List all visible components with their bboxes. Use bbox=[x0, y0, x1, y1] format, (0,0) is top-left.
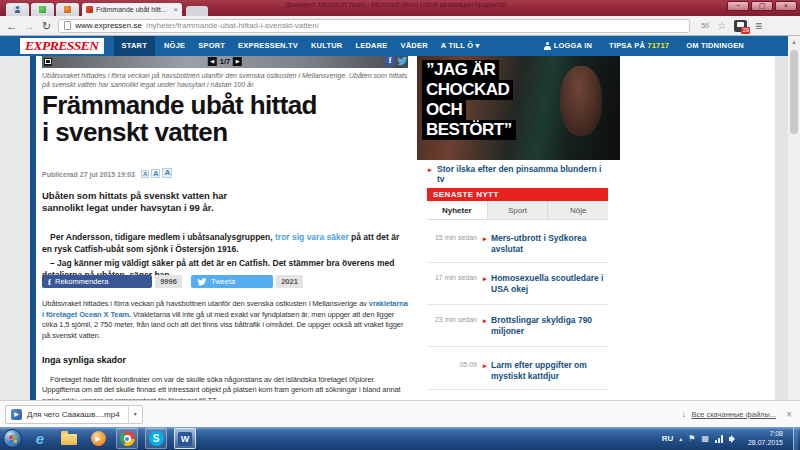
address-bar[interactable]: www.expressen.se /nyheter/frammande-ubat… bbox=[58, 19, 690, 33]
inline-link[interactable]: tror sig vara säker bbox=[275, 232, 349, 242]
twitter-icon[interactable] bbox=[397, 56, 408, 66]
taskbar-clock[interactable]: 7:08 28.07.2015 bbox=[748, 430, 783, 447]
news-timestamp: 05:09 bbox=[427, 360, 477, 381]
news-link[interactable]: ▸Larm efter uppgifter om mystiskt kattdj… bbox=[483, 360, 608, 381]
teaser-link-label: Stor ilska efter den pinsamma blundern i… bbox=[429, 164, 605, 184]
file-explorer-taskbar-icon[interactable] bbox=[58, 428, 80, 449]
facebook-icon[interactable]: f bbox=[385, 56, 395, 66]
image-caption: Ubåtsvraket hittades i förra veckan på h… bbox=[42, 71, 408, 89]
page-title: Främmande ubåt hittad i svenskt vatten bbox=[42, 92, 317, 146]
news-timestamp: 23 min sedan bbox=[427, 315, 477, 336]
tray-app-icon[interactable]: ▦ bbox=[701, 434, 709, 444]
word-icon: W bbox=[178, 432, 192, 446]
pinned-tab-3[interactable] bbox=[56, 3, 79, 16]
show-desktop-button[interactable] bbox=[793, 427, 798, 450]
download-item[interactable]: ▶ Для чего Саакашв....mp4 ▾ bbox=[5, 405, 143, 424]
red-arrow-icon: ▸ bbox=[428, 165, 432, 175]
taskbar: e ▶ S W RU ▴ ⚑ ▦ 7:08 28.07.2015 bbox=[0, 427, 800, 450]
maximize-button[interactable]: ▢ bbox=[751, 1, 773, 11]
teaser-line: BESTÖRT” bbox=[422, 120, 516, 140]
tipsa-link[interactable]: TIPSA PÅ 71717 bbox=[609, 36, 669, 56]
tab-close-icon[interactable]: × bbox=[173, 6, 178, 14]
nav-item-ledare[interactable]: LEDARE bbox=[355, 36, 387, 56]
media-player-taskbar-icon[interactable]: ▶ bbox=[87, 428, 109, 449]
divider bbox=[427, 346, 608, 347]
reload-icon[interactable]: ↻ bbox=[42, 19, 51, 33]
nav-item-vader[interactable]: VÄDER bbox=[401, 36, 428, 56]
user-icon bbox=[544, 42, 551, 50]
blue-left-rail bbox=[30, 56, 36, 400]
translate-icon[interactable]: 5б bbox=[701, 22, 709, 29]
tray-expand-icon[interactable]: ▴ bbox=[679, 435, 682, 442]
article-lead: Ubåten som hittats på svenskt vatten har… bbox=[42, 190, 257, 213]
skype-taskbar-icon[interactable]: S bbox=[145, 428, 167, 449]
nav-item-sport[interactable]: SPORT bbox=[198, 36, 225, 56]
pinned-tab-1[interactable] bbox=[6, 3, 29, 16]
download-bar-close-icon[interactable]: × bbox=[782, 409, 796, 420]
facebook-recommend-button[interactable]: f Rekommendera bbox=[42, 275, 152, 288]
nav-right: LOGGA IN TIPSA PÅ 71717 OM TIDNINGEN bbox=[544, 36, 744, 56]
tipsa-label: TIPSA PÅ bbox=[609, 41, 645, 50]
font-medium-button[interactable]: A bbox=[151, 169, 160, 178]
url-path: /nyheter/frammande-ubat-hittad-i-svenskt… bbox=[146, 21, 319, 30]
font-large-button[interactable]: A bbox=[162, 168, 172, 178]
word-taskbar-icon[interactable]: W bbox=[174, 428, 196, 449]
scroll-up-icon[interactable]: ▲ bbox=[788, 36, 800, 48]
download-item-menu-icon[interactable]: ▾ bbox=[128, 405, 142, 424]
new-tab-button[interactable] bbox=[186, 6, 208, 16]
network-icon[interactable] bbox=[715, 435, 723, 443]
teaser-link[interactable]: ▸ Stor ilska efter den pinsamma blundern… bbox=[429, 164, 605, 184]
language-indicator[interactable]: RU bbox=[662, 434, 674, 443]
nav-item-kultur[interactable]: KULTUR bbox=[311, 36, 342, 56]
adblock-extension-icon[interactable]: 29 bbox=[734, 20, 747, 32]
bookmark-star-icon[interactable]: ☆ bbox=[717, 20, 726, 31]
news-link[interactable]: ▸Homosexuella scoutledare i USA okej bbox=[483, 273, 608, 294]
news-link[interactable]: ▸Brottslingar skyldiga 790 miljoner bbox=[483, 315, 608, 336]
start-button[interactable] bbox=[3, 429, 22, 448]
volume-icon[interactable] bbox=[729, 434, 738, 443]
carousel-next-icon[interactable]: ▶ bbox=[233, 57, 242, 66]
tab-sport[interactable]: Sport bbox=[487, 201, 548, 219]
scrollbar-thumb[interactable] bbox=[790, 50, 798, 134]
font-small-button[interactable]: A bbox=[141, 170, 149, 178]
nav-item-start[interactable]: START bbox=[114, 36, 155, 56]
tab-nyheter[interactable]: Nyheter bbox=[427, 201, 487, 219]
download-bar: ▶ Для чего Саакашв....mp4 ▾ ↓ Все скачан… bbox=[0, 400, 800, 427]
login-label: LOGGA IN bbox=[554, 36, 592, 56]
red-arrow-icon: ▸ bbox=[483, 361, 487, 372]
nav-item-expressen-tv[interactable]: EXPRESSEN.TV bbox=[238, 36, 298, 56]
scrollbar[interactable]: ▲ bbox=[788, 36, 800, 400]
om-tidningen-link[interactable]: OM TIDNINGEN bbox=[686, 36, 744, 56]
news-link[interactable]: ▸Mers-utbrott i Sydkorea avslutat bbox=[483, 233, 608, 254]
back-icon[interactable]: ← bbox=[6, 19, 17, 33]
chrome-taskbar-icon[interactable] bbox=[116, 428, 138, 449]
internet-explorer-taskbar-icon[interactable]: e bbox=[29, 428, 51, 449]
fullscreen-icon[interactable] bbox=[44, 58, 52, 66]
nav-item-a-till-o[interactable]: A TILL Ö ▾ bbox=[441, 36, 480, 56]
p1-text: Per Andersson, tidigare medlem i ubåtsan… bbox=[50, 232, 275, 242]
carousel-prev-icon[interactable]: ◀ bbox=[208, 57, 217, 66]
teaser-line: ”JAG ÄR bbox=[422, 60, 499, 80]
expressen-logo[interactable]: EXPRESSEN bbox=[20, 38, 104, 54]
login-button[interactable]: LOGGA IN bbox=[544, 36, 592, 56]
forward-icon: → bbox=[24, 19, 35, 33]
teaser-image-link[interactable]: ”JAG ÄR CHOCKAD OCH BESTÖRT” bbox=[417, 56, 620, 160]
latest-news-tabs: Nyheter Sport Nöje bbox=[427, 201, 608, 220]
show-all-downloads-link[interactable]: Все скачанные файлы... bbox=[691, 410, 776, 419]
headline-line-1: Främmande ubåt hittad bbox=[42, 92, 317, 119]
menu-icon[interactable]: ≡ bbox=[755, 19, 762, 33]
close-button[interactable]: × bbox=[775, 1, 797, 11]
pinned-tab-2[interactable] bbox=[31, 3, 54, 16]
tweet-button[interactable]: Tweeta bbox=[191, 275, 273, 288]
active-tab[interactable]: Främmande ubåt hittad i svenskt vatten × bbox=[82, 3, 182, 16]
news-list-item: 23 min sedan ▸Brottslingar skyldiga 790 … bbox=[427, 315, 608, 336]
news-timestamp: 17 min sedan bbox=[427, 273, 477, 294]
clock-date: 28.07.2015 bbox=[748, 439, 783, 448]
nav-item-noje[interactable]: NÖJE bbox=[164, 36, 185, 56]
action-center-flag-icon[interactable]: ⚑ bbox=[688, 434, 695, 444]
teaser-line: OCH bbox=[422, 100, 466, 120]
tab-noje[interactable]: Nöje bbox=[547, 201, 608, 219]
article-image-bottom: ◀ 1/7 ▶ f bbox=[42, 56, 408, 68]
chrome-icon bbox=[120, 431, 135, 446]
minimize-button[interactable]: − bbox=[727, 1, 749, 11]
